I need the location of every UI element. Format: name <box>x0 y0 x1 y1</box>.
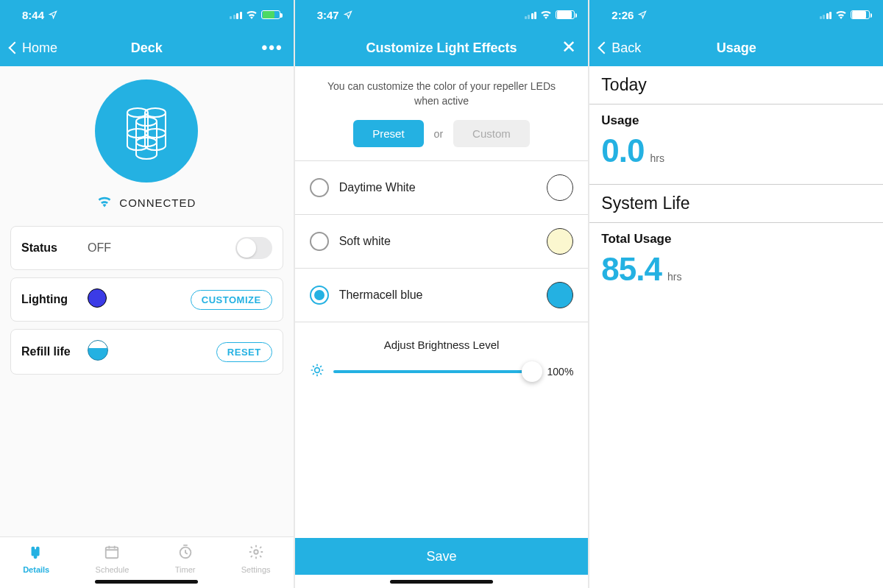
usage-label: Usage <box>601 113 871 128</box>
screen-usage: 2:26 Back Usage Today Usage 0.0 <box>589 0 883 588</box>
cellular-icon <box>820 10 832 19</box>
location-icon <box>49 9 57 21</box>
color-swatch <box>547 228 573 255</box>
color-swatch <box>547 282 573 308</box>
close-button[interactable]: ✕ <box>561 37 578 57</box>
screen-deck: 8:44 Home Deck ••• <box>0 0 295 588</box>
lighting-card: Lighting CUSTOMIZE <box>10 277 283 322</box>
svg-point-12 <box>314 368 319 373</box>
status-card: Status OFF <box>10 226 283 270</box>
nav-bar: Home Deck ••• <box>0 29 294 66</box>
brightness-section: Adjust Brightness Level 100% <box>295 322 589 388</box>
home-indicator[interactable] <box>390 580 493 584</box>
usage-value: 0.0 <box>601 132 644 169</box>
tab-schedule[interactable]: Schedule <box>96 544 130 574</box>
battery-icon <box>556 10 575 19</box>
connection-status: CONNECTED <box>97 196 196 210</box>
color-label: Thermacell blue <box>339 288 537 302</box>
today-header: Today <box>589 66 883 105</box>
status-value: OFF <box>80 241 235 255</box>
brightness-value: 100% <box>541 366 573 378</box>
preset-button[interactable]: Preset <box>353 120 423 147</box>
total-usage-block: Total Usage 85.4 hrs <box>589 223 883 302</box>
tab-label: Settings <box>241 565 271 574</box>
preset-custom-segment: Preset or Custom <box>295 120 589 161</box>
color-label: Soft white <box>339 235 537 248</box>
location-icon <box>344 9 352 21</box>
svg-rect-9 <box>106 548 118 559</box>
calendar-icon <box>104 544 120 563</box>
cellular-icon <box>525 10 537 19</box>
page-title: Usage <box>659 40 814 56</box>
cellular-icon <box>230 10 242 19</box>
total-usage-label: Total Usage <box>601 232 871 247</box>
status-bar: 3:47 <box>295 0 589 29</box>
battery-icon <box>851 10 870 19</box>
svg-point-11 <box>254 550 258 554</box>
details-icon <box>28 544 44 563</box>
lighting-color-icon <box>88 288 107 308</box>
refill-label: Refill life <box>21 345 80 358</box>
tab-label: Schedule <box>96 565 130 574</box>
page-title: Deck <box>69 40 224 56</box>
status-time: 8:44 <box>22 9 44 21</box>
gear-icon <box>248 544 264 563</box>
color-option-thermacell-blue[interactable]: Thermacell blue <box>295 269 589 322</box>
wifi-icon <box>97 196 112 210</box>
back-label: Back <box>611 40 641 56</box>
tab-label: Timer <box>175 565 196 574</box>
tab-settings[interactable]: Settings <box>241 544 271 574</box>
brightness-title: Adjust Brightness Level <box>310 339 574 351</box>
save-button[interactable]: Save <box>295 538 589 575</box>
customize-button[interactable]: CUSTOMIZE <box>191 290 272 310</box>
wifi-status-icon <box>540 9 552 21</box>
status-label: Status <box>21 241 80 255</box>
color-label: Daytime White <box>339 181 537 194</box>
screen-effects: 3:47 Customize Light Effects ✕ You can c… <box>295 0 590 588</box>
system-life-header: System Life <box>589 185 883 223</box>
status-bar: 2:26 <box>589 0 883 29</box>
tab-details[interactable]: Details <box>23 544 49 574</box>
color-swatch <box>547 174 573 201</box>
status-time: 2:26 <box>611 9 634 21</box>
or-label: or <box>434 128 443 140</box>
svg-rect-8 <box>34 549 38 559</box>
location-icon <box>638 9 647 21</box>
color-option-soft-white[interactable]: Soft white <box>295 215 589 269</box>
tab-label: Details <box>23 565 49 574</box>
device-image <box>95 79 198 183</box>
brightness-icon <box>310 363 325 380</box>
battery-icon <box>261 10 280 19</box>
status-bar: 8:44 <box>0 0 294 29</box>
total-usage-unit: hrs <box>667 271 681 283</box>
radio-icon <box>310 286 329 305</box>
timer-icon <box>177 544 194 563</box>
chevron-left-icon <box>600 40 610 56</box>
reset-button[interactable]: RESET <box>216 342 272 362</box>
helper-text: You can customize the color of your repe… <box>295 66 589 120</box>
refill-card: Refill life RESET <box>10 329 283 375</box>
radio-icon <box>310 178 329 197</box>
svg-point-5 <box>136 138 157 146</box>
more-button[interactable]: ••• <box>224 38 283 57</box>
slider-knob[interactable] <box>522 361 542 382</box>
usage-today-block: Usage 0.0 hrs <box>589 105 883 185</box>
svg-point-4 <box>136 117 157 126</box>
chevron-left-icon <box>10 40 21 56</box>
home-indicator[interactable] <box>95 580 198 584</box>
usage-unit: hrs <box>650 152 664 164</box>
connection-label: CONNECTED <box>119 196 196 209</box>
color-option-daytime-white[interactable]: Daytime White <box>295 161 589 215</box>
back-button[interactable]: Home <box>10 40 69 56</box>
brightness-slider[interactable] <box>333 370 533 373</box>
back-button[interactable]: Back <box>600 40 659 56</box>
nav-bar: Customize Light Effects ✕ <box>295 29 589 66</box>
status-toggle[interactable] <box>235 237 272 259</box>
wifi-status-icon <box>835 9 847 21</box>
lighting-label: Lighting <box>21 293 80 306</box>
page-title: Customize Light Effects <box>327 40 556 56</box>
nav-bar: Back Usage <box>589 29 883 66</box>
tab-timer[interactable]: Timer <box>175 544 196 574</box>
radio-icon <box>310 232 329 251</box>
custom-button[interactable]: Custom <box>453 120 530 147</box>
